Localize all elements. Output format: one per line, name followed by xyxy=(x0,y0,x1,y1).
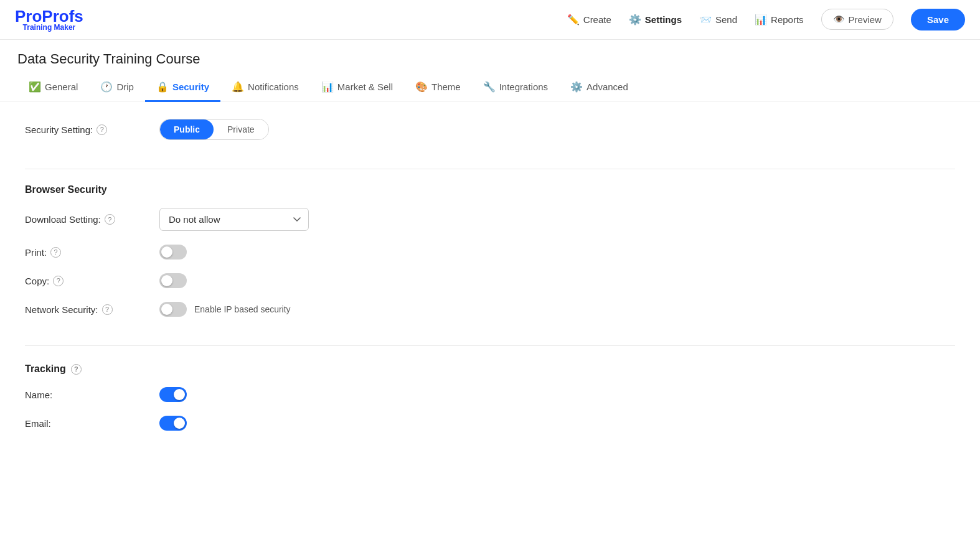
browser-security-section: Browser Security Download Setting: ? Do … xyxy=(25,184,955,346)
tracking-name-label: Name: xyxy=(25,390,149,400)
tab-advanced[interactable]: ⚙️ Advanced xyxy=(559,73,639,102)
tracking-email-toggle[interactable] xyxy=(159,416,187,431)
security-setting-text: Security Setting: xyxy=(25,124,93,135)
tab-advanced-icon: ⚙️ xyxy=(570,81,583,93)
network-security-toggle-label: Enable IP based security xyxy=(194,304,291,314)
download-setting-text: Download Setting: xyxy=(25,214,101,225)
browser-security-title: Browser Security xyxy=(25,184,955,195)
tab-theme-icon: 🎨 xyxy=(415,81,428,93)
reports-icon: 📊 xyxy=(755,14,767,26)
private-button[interactable]: Private xyxy=(214,119,268,139)
preview-button[interactable]: 👁️ Preview xyxy=(821,9,893,30)
tracking-email-label: Email: xyxy=(25,418,149,429)
tab-market-label: Market & Sell xyxy=(337,82,393,92)
print-help-icon[interactable]: ? xyxy=(50,247,61,258)
tracking-help-icon[interactable]: ? xyxy=(71,364,82,375)
nav-create[interactable]: ✏️ Create xyxy=(567,14,611,26)
tracking-title-text: Tracking xyxy=(25,363,66,375)
tab-market-sell[interactable]: 📊 Market & Sell xyxy=(310,73,404,102)
copy-label: Copy: ? xyxy=(25,276,149,286)
print-text: Print: xyxy=(25,247,47,258)
tab-integrations-icon: 🔧 xyxy=(483,81,496,93)
tab-general[interactable]: ✅ General xyxy=(17,73,89,102)
tracking-name-toggle[interactable] xyxy=(159,387,187,402)
tab-market-icon: 📊 xyxy=(321,81,334,93)
tab-general-label: General xyxy=(45,82,78,92)
nav-send[interactable]: 📨 Send xyxy=(699,14,737,26)
tab-notifications[interactable]: 🔔 Notifications xyxy=(220,73,310,102)
copy-row: Copy: ? xyxy=(25,273,955,288)
copy-toggle[interactable] xyxy=(159,273,187,288)
print-row: Print: ? xyxy=(25,245,955,260)
nav-send-label: Send xyxy=(715,14,737,25)
tab-notifications-label: Notifications xyxy=(248,82,299,92)
nav-create-label: Create xyxy=(583,14,611,25)
network-security-control: Enable IP based security xyxy=(159,302,291,317)
copy-help-icon[interactable]: ? xyxy=(53,276,64,286)
tab-advanced-label: Advanced xyxy=(587,82,628,92)
tracking-name-row: Name: xyxy=(25,387,955,402)
download-setting-help-icon[interactable]: ? xyxy=(105,214,115,225)
settings-icon: ⚙️ xyxy=(629,14,641,26)
public-button[interactable]: Public xyxy=(160,119,214,139)
copy-toggle-thumb xyxy=(161,275,172,286)
security-setting-row: Security Setting: ? Public Private xyxy=(25,119,955,140)
page-title-area: Data Security Training Course xyxy=(0,40,980,67)
tabs: ✅ General 🕐 Drip 🔒 Security 🔔 Notificati… xyxy=(0,73,980,102)
security-setting-section: Security Setting: ? Public Private xyxy=(25,119,955,169)
preview-label: Preview xyxy=(849,14,882,25)
tracking-name-text: Name: xyxy=(25,390,52,400)
logo-subtitle: Training Maker xyxy=(15,23,83,32)
tracking-title: Tracking ? xyxy=(25,363,955,375)
network-security-text: Network Security: xyxy=(25,304,98,315)
nav-actions: ✏️ Create ⚙️ Settings 📨 Send 📊 Reports 👁… xyxy=(567,9,965,30)
download-setting-row: Download Setting: ? Do not allow Allow xyxy=(25,208,955,231)
create-icon: ✏️ xyxy=(567,14,580,26)
header: ProProfs Training Maker ✏️ Create ⚙️ Set… xyxy=(0,0,980,40)
security-setting-label: Security Setting: ? xyxy=(25,124,149,135)
network-security-row: Network Security: ? Enable IP based secu… xyxy=(25,302,955,317)
preview-icon: 👁️ xyxy=(833,14,845,25)
tab-security[interactable]: 🔒 Security xyxy=(145,73,220,102)
tab-theme-label: Theme xyxy=(431,82,461,92)
print-toggle-thumb xyxy=(161,246,172,258)
tab-drip-label: Drip xyxy=(116,82,134,92)
tracking-name-toggle-thumb xyxy=(174,389,185,400)
print-label: Print: ? xyxy=(25,247,149,258)
tracking-section: Tracking ? Name: Email: xyxy=(25,361,955,431)
tab-general-icon: ✅ xyxy=(29,81,41,93)
download-setting-label: Download Setting: ? xyxy=(25,214,149,225)
nav-settings-label: Settings xyxy=(645,14,682,25)
nav-reports-label: Reports xyxy=(771,14,804,25)
tab-integrations[interactable]: 🔧 Integrations xyxy=(472,73,559,102)
nav-reports[interactable]: 📊 Reports xyxy=(755,14,804,26)
content: Security Setting: ? Public Private Brows… xyxy=(0,101,980,462)
network-security-help-icon[interactable]: ? xyxy=(102,304,113,315)
download-setting-select[interactable]: Do not allow Allow xyxy=(159,208,309,231)
page-title: Data Security Training Course xyxy=(17,51,963,67)
tab-drip-icon: 🕐 xyxy=(100,81,113,93)
security-setting-toggle: Public Private xyxy=(159,119,269,140)
security-setting-help-icon[interactable]: ? xyxy=(97,124,107,135)
tab-security-label: Security xyxy=(172,82,209,92)
logo: ProProfs Training Maker xyxy=(15,7,83,32)
tab-integrations-label: Integrations xyxy=(499,82,548,92)
tracking-email-toggle-thumb xyxy=(174,418,185,429)
network-security-toggle-thumb xyxy=(161,304,172,315)
save-button[interactable]: Save xyxy=(911,9,965,30)
tab-notifications-icon: 🔔 xyxy=(232,81,244,93)
tab-drip[interactable]: 🕐 Drip xyxy=(89,73,145,102)
copy-text: Copy: xyxy=(25,276,49,286)
tracking-email-row: Email: xyxy=(25,416,955,431)
print-toggle[interactable] xyxy=(159,245,187,260)
nav-settings[interactable]: ⚙️ Settings xyxy=(629,14,682,26)
tab-security-icon: 🔒 xyxy=(156,81,169,93)
network-security-label: Network Security: ? xyxy=(25,304,149,315)
send-icon: 📨 xyxy=(699,14,712,26)
network-security-toggle[interactable] xyxy=(159,302,187,317)
tab-theme[interactable]: 🎨 Theme xyxy=(404,73,472,102)
tracking-email-text: Email: xyxy=(25,418,51,429)
